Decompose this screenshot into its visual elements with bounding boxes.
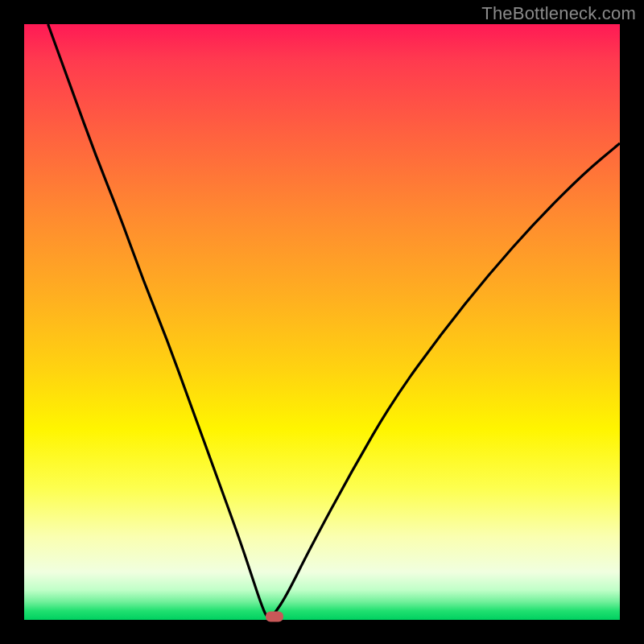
- optimal-point-marker: [266, 612, 283, 622]
- curve-layer: [24, 24, 620, 620]
- bottleneck-curve: [48, 24, 620, 618]
- outer-frame: TheBottleneck.com: [0, 0, 644, 644]
- plot-area: [24, 24, 620, 620]
- watermark-text: TheBottleneck.com: [481, 3, 636, 24]
